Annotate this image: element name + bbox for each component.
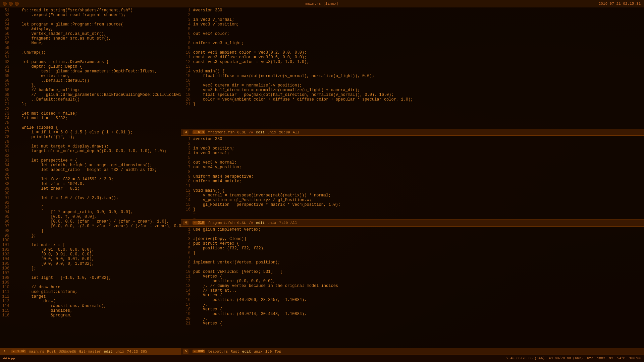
line-number: 70 [1,97,12,102]
right-top-encoding: unix [267,130,276,134]
line-content: position: (40.0714, 30.4443, -1.10884), [193,312,643,316]
line-number: 53 [1,17,12,22]
line-content: Vertex { [193,293,643,298]
media-icon-2: ► [8,357,10,360]
line-content: &program, [12,313,179,318]
line-number: 13 [182,284,193,288]
code-line: 8implement_vertex!(Vertex, position); [181,260,644,265]
line-number: 94 [1,210,12,215]
right-middle-modifier: All [290,221,297,225]
line-number: 54 [1,22,12,27]
line-content [12,154,179,158]
code-line: 104 [0.0, 0.0, 0.01, 0.0], [0,257,181,261]
line-number: 1 [182,8,193,13]
line-content: while !closed { [12,125,179,130]
line-number: 91 [1,196,12,200]
right-middle-mode: edit [256,221,265,225]
line-number: 12 [182,188,193,193]
line-content [193,265,643,269]
line-number: 19 [182,93,193,97]
line-number: 11 [182,274,193,279]
line-content: position: (0.0, 0.0, 0.0), [193,279,643,284]
line-number: 116 [1,313,12,318]
code-line: 97 [0.0, 0.0, -(2.0 * zfar * znear) / (z… [0,224,181,229]
right-middle-code-content[interactable]: 1#version 33023in vec3 position;4in vec3… [181,136,644,219]
line-number: 20 [182,316,193,321]
line-content: v_normal = transpose(inverse(mat3(matrix… [193,193,643,198]
code-line: 70 ..Default::default() [0,97,181,102]
window-time: 2019-07-21 02:15:31 [599,2,641,6]
close-button[interactable] [3,2,7,6]
code-line: 7 [181,255,644,260]
left-code-content[interactable]: 51 fs::read_to_string("src/shaders/fragm… [0,7,181,348]
code-line: 5 [181,27,644,32]
line-content: [0.0, 0.0, 0.01, 0.0], [12,257,179,261]
line-content: #version 330 [193,8,643,13]
code-line: 3in vec3 v_normal; [181,17,644,22]
code-line: 96 [0.0, 0.0, (zfar + znear) / (zfar - z… [0,219,181,224]
code-line: 58 None, [0,41,181,46]
line-content: }, [12,83,179,88]
line-number: 14 [182,69,193,74]
line-content: } [193,251,643,255]
editor-area: 51 fs::read_to_string("src/shaders/fragm… [0,7,644,355]
code-line: 19 float specular = pow(max(dot(half_dir… [181,93,644,97]
line-content: println!("{}", i); [12,135,179,139]
code-line: 80 let mut target = display.draw(); [0,144,181,149]
code-line: 8 [181,170,644,174]
line-number: 10 [182,269,193,274]
line-content: uniform mat4 matrix; [193,179,643,184]
left-pane: 51 fs::read_to_string("src/shaders/fragm… [0,7,181,355]
line-content: vertex_shader_src.as_mut_str(), [12,32,179,36]
right-bottom-code-content[interactable]: 1use glium::implement_vertex;23#[derive(… [181,227,644,348]
line-number: 85 [1,168,12,172]
line-content: out vec3 v_normal; [193,160,643,165]
line-number: 110 [1,285,12,290]
code-line: 12const vec3 specular_color = vec3(1.0, … [181,60,644,64]
right-bottom-filename: teapot.rs [208,350,228,354]
line-number: 52 [1,13,12,17]
code-line: 16} [181,207,644,212]
right-bottom-modifier: Top [274,350,281,354]
line-content: None, [12,41,179,46]
right-top-code-content[interactable]: 1#version 33023in vec3 v_normal;4in vec3… [181,7,644,129]
line-content: .unwrap(); [12,50,179,55]
line-content: ] [12,229,179,233]
code-line: 61 [0,55,181,60]
title-bar: main.rs [linux] 2019-07-21 02:15:31 [0,0,644,7]
line-content: target.clear_color_and_depth((0.0, 0.0, … [12,149,179,154]
left-percent: 39% [141,350,147,354]
maximize-button[interactable] [15,2,19,6]
code-line: 16 position: (40.6266, 28.3457, -1.10884… [181,298,644,302]
code-line: 63 depth: glium::Depth { [0,64,181,69]
code-line: 13 }, // dummy vertex because in the ori… [181,284,644,288]
line-content [193,36,643,41]
code-line: 17 vec3 camera_dir = normalize(-v_positi… [181,83,644,88]
code-line: 78 println!("{}", i); [0,135,181,139]
line-number: 14 [182,288,193,293]
bat-stat: 9% [609,357,613,360]
minimize-button[interactable] [9,2,13,6]
code-line: 1use glium::implement_vertex; [181,227,644,232]
line-number: 11 [182,55,193,60]
line-content: ]; [12,266,179,271]
right-middle-indicator: /# [249,221,253,225]
line-content: position: (40.6266, 28.3457, -1.10884), [193,298,643,302]
line-number: 7 [182,165,193,170]
code-line: 59 [0,46,181,50]
line-content: vec3 half_direction = normalize(normaliz… [193,88,643,93]
line-number: 5 [182,246,193,251]
code-line: 89 let znear = 0.1; [0,186,181,191]
code-line: 57 fragment_shader_src.as_mut_str(), [0,36,181,41]
line-content: uniform vec3 u_light; [193,41,643,46]
pwr-stat: 100:00 [629,357,641,360]
line-number: 4 [182,241,193,246]
line-content: float diffuse = max(dot(normalize(v_norm… [193,74,643,78]
pane-badge-4: 4 [183,221,189,225]
code-line: ~ [181,212,644,217]
code-line: 7out vec4 v_position; [181,165,644,170]
line-content: in vec3 normal; [193,151,643,156]
line-content [193,64,643,69]
line-content [193,78,643,83]
line-content [12,17,179,22]
